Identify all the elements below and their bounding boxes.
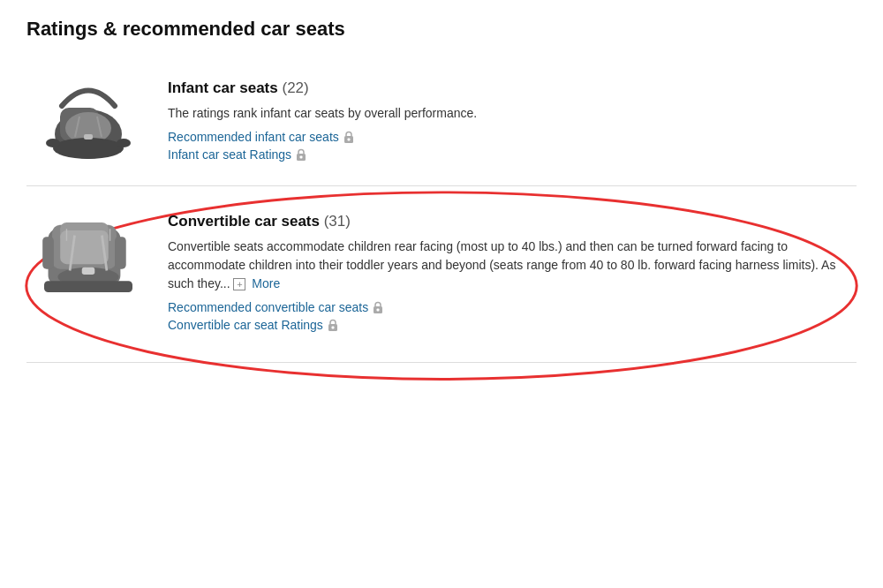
svg-rect-24	[82, 268, 95, 275]
svg-rect-19	[44, 281, 132, 292]
svg-point-7	[46, 139, 60, 147]
convertible-description: Convertible seats accommodate children r…	[168, 237, 857, 293]
convertible-seat-svg	[35, 213, 141, 301]
svg-rect-6	[84, 134, 93, 139]
svg-rect-12	[300, 156, 303, 159]
svg-rect-20	[42, 237, 54, 268]
convertible-recommended-link[interactable]: Recommended convertible car seats	[168, 300, 857, 314]
convertible-title: Convertible car seats (31)	[168, 213, 857, 230]
infant-content: Infant car seats (22) The ratings rank i…	[168, 79, 857, 165]
infant-recommended-link[interactable]: Recommended infant car seats	[168, 130, 857, 144]
svg-rect-10	[347, 139, 350, 141]
infant-section: Infant car seats (22) The ratings rank i…	[26, 62, 857, 185]
svg-rect-28	[377, 309, 380, 312]
infant-title: Infant car seats (22)	[168, 79, 857, 97]
convertible-seat-image	[26, 213, 150, 301]
bottom-divider	[26, 362, 857, 363]
infant-description: The ratings rank infant car seats by ove…	[168, 104, 857, 123]
page-title: Ratings & recommended car seats	[26, 18, 857, 41]
svg-rect-30	[331, 327, 334, 329]
more-link[interactable]: More	[252, 276, 280, 290]
infant-ratings-link[interactable]: Infant car seat Ratings	[168, 147, 857, 162]
infant-seat-svg	[35, 79, 141, 168]
convertible-ratings-link[interactable]: Convertible car seat Ratings	[168, 318, 857, 332]
infant-seat-image	[26, 79, 150, 168]
lock-icon-3	[373, 301, 383, 313]
more-expand-icon: +	[233, 278, 245, 290]
svg-rect-21	[115, 237, 126, 268]
lock-icon-1	[343, 131, 354, 143]
lock-icon-4	[328, 319, 338, 331]
convertible-section: Convertible car seats (31) Convertible s…	[26, 195, 857, 353]
convertible-content: Convertible car seats (31) Convertible s…	[168, 213, 857, 335]
lock-icon-2	[296, 148, 306, 161]
convertible-wrapper: Convertible car seats (31) Convertible s…	[26, 186, 857, 362]
svg-point-8	[117, 139, 131, 147]
svg-point-3	[53, 138, 124, 159]
